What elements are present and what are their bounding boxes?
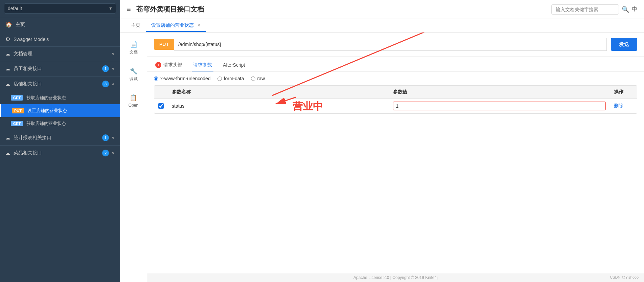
doc-nav: 📄 文档 🔧 调试 📋 Open	[120, 32, 147, 282]
tab-set-status[interactable]: 设置店铺的营业状态 ✕	[146, 20, 206, 32]
shop-chevron: ∧	[112, 82, 115, 86]
sub-tab-request-params[interactable]: 请求参数	[192, 59, 213, 71]
tab-set-status-label: 设置店铺的营业状态	[151, 22, 194, 28]
param-name-input[interactable]	[172, 103, 385, 109]
method-put-badge: PUT	[12, 108, 24, 113]
content-area: 📄 文档 🔧 调试 📋 Open PUT 发送 1	[120, 32, 644, 282]
sidebar-group-header-shop[interactable]: ☁ 店铺相关接口 3 ∧	[0, 77, 120, 91]
tab-home[interactable]: 主页	[125, 20, 146, 32]
sidebar-group-shop: ☁ 店铺相关接口 3 ∧ GET 获取店铺的营业状态 PUT 设置店铺的营业状态…	[0, 76, 120, 130]
sub-tabs: 1 请求头部 请求参数 AfterScript	[147, 57, 644, 72]
sidebar-group-header-employee[interactable]: ☁ 员工相关接口 1 ∨	[0, 61, 120, 76]
sidebar-item-swagger[interactable]: ⚙ Swagger Models	[0, 32, 120, 46]
sidebar-swagger-label: Swagger Models	[14, 37, 49, 42]
doc-nav-open[interactable]: 📋 Open	[126, 91, 141, 110]
radio-form-data-input[interactable]	[217, 77, 222, 81]
api-label-shop-get2: 获取店铺的营业状态	[26, 121, 66, 127]
search-input[interactable]	[551, 4, 619, 15]
footer-text: Apache License 2.0 | Copyright © 2019 Kn…	[353, 275, 438, 280]
table-row: 删除	[154, 99, 637, 113]
employee-icon: ☁	[5, 66, 10, 71]
tab-home-label: 主页	[131, 22, 140, 28]
col-param-value: 参数值	[389, 86, 610, 99]
api-item-shop-get2[interactable]: GET 获取店铺的营业状态	[0, 117, 120, 130]
param-value-input[interactable]	[393, 102, 606, 110]
api-item-shop-put[interactable]: PUT 设置店铺的营业状态	[0, 104, 120, 117]
menu-icon: ☁	[5, 150, 10, 156]
row-value-cell	[389, 99, 610, 113]
radio-x-www-input[interactable]	[154, 77, 158, 81]
main-panel: PUT 发送 1 请求头部 请求参数 AfterScript	[147, 32, 644, 282]
send-button[interactable]: 发送	[611, 38, 637, 51]
home-icon: 🏠	[5, 21, 12, 28]
sidebar-home-label: 主页	[16, 22, 25, 28]
request-header-badge: 1	[155, 62, 161, 68]
radio-form-data-label: form-data	[224, 76, 244, 81]
row-checkbox[interactable]	[158, 103, 164, 109]
tab-close-icon[interactable]: ✕	[197, 23, 201, 28]
url-bar: PUT 发送	[147, 32, 644, 57]
sidebar-group-header-menu[interactable]: ☁ 菜品相关接口 2 ∨	[0, 146, 120, 160]
radio-x-www-label: x-www-form-urlencoded	[160, 76, 211, 81]
radio-raw-label: raw	[257, 76, 265, 81]
employee-badge: 1	[102, 65, 109, 72]
doc-nav-doc-label: 文档	[130, 49, 138, 55]
radio-group: x-www-form-urlencoded form-data raw	[147, 72, 644, 85]
swagger-icon: ⚙	[5, 36, 10, 42]
shop-badge: 3	[102, 81, 109, 87]
method-get-badge: GET	[11, 95, 23, 101]
doc-nav-debug[interactable]: 🔧 调试	[127, 65, 140, 85]
sub-tab-afterscript[interactable]: AfterScript	[222, 60, 246, 71]
sidebar-group-header-stats[interactable]: ☁ 统计报表相关接口 1 ∨	[0, 130, 120, 145]
doc-manage-chevron: ∨	[112, 51, 115, 56]
menu-badge: 2	[102, 150, 109, 156]
sidebar: default ▼ 🏠 主页 ⚙ Swagger Models ☁ 文档管理 ∨…	[0, 0, 120, 282]
url-input[interactable]	[174, 38, 607, 51]
sub-tab-afterscript-label: AfterScript	[223, 62, 245, 68]
sub-tab-request-header-label: 请求头部	[163, 62, 182, 68]
col-checkbox	[154, 86, 168, 99]
open-icon: 📋	[130, 94, 137, 102]
sub-tab-request-header[interactable]: 1 请求头部	[154, 59, 184, 71]
sidebar-group-stats: ☁ 统计报表相关接口 1 ∨	[0, 130, 120, 145]
menu-label: 菜品相关接口	[14, 150, 42, 156]
sidebar-group-employee: ☁ 员工相关接口 1 ∨	[0, 61, 120, 76]
project-select[interactable]: default	[4, 3, 116, 14]
menu-chevron: ∨	[112, 151, 115, 155]
row-action-cell: 删除	[610, 100, 637, 112]
params-table-header: 参数名称 参数值 操作	[154, 86, 637, 99]
sidebar-group-menu: ☁ 菜品相关接口 2 ∨	[0, 145, 120, 160]
sidebar-item-home[interactable]: 🏠 主页	[0, 17, 120, 32]
lang-button[interactable]: 中	[632, 6, 637, 13]
sidebar-group-doc-manage: ☁ 文档管理 ∨	[0, 46, 120, 61]
radio-raw[interactable]: raw	[251, 76, 265, 81]
radio-x-www[interactable]: x-www-form-urlencoded	[154, 76, 211, 81]
top-header: ≡ 苍穹外卖项目接口文档 🔍 中	[120, 0, 644, 19]
hamburger-icon[interactable]: ≡	[127, 5, 131, 13]
delete-button[interactable]: 删除	[614, 103, 623, 108]
radio-raw-input[interactable]	[251, 77, 255, 81]
row-name-cell	[168, 101, 389, 111]
doc-nav-doc[interactable]: 📄 文档	[127, 38, 140, 58]
footer: Apache License 2.0 | Copyright © 2019 Kn…	[147, 273, 644, 282]
params-area: 参数名称 参数值 操作	[147, 85, 644, 114]
sidebar-group-header-doc-manage[interactable]: ☁ 文档管理 ∨	[0, 47, 120, 61]
employee-chevron: ∨	[112, 66, 115, 71]
stats-icon: ☁	[5, 135, 10, 140]
doc-icon: 📄	[130, 41, 137, 48]
watermark: CSDN @Yishooo	[610, 275, 639, 279]
col-action: 操作	[610, 86, 637, 99]
doc-nav-open-label: Open	[129, 103, 138, 108]
page-title: 苍穹外卖项目接口文档	[136, 5, 546, 14]
col-param-name: 参数名称	[168, 86, 389, 99]
api-item-shop-get1[interactable]: GET 获取店铺的营业状态	[0, 91, 120, 104]
stats-badge: 1	[102, 134, 109, 141]
radio-form-data[interactable]: form-data	[217, 76, 244, 81]
api-label-shop-get1: 获取店铺的营业状态	[26, 95, 66, 101]
sidebar-select-wrap: default ▼	[0, 0, 120, 17]
search-icon[interactable]: 🔍	[622, 6, 629, 13]
doc-manage-label: 文档管理	[14, 51, 32, 57]
doc-nav-debug-label: 调试	[130, 76, 138, 82]
method-get-badge-2: GET	[11, 121, 23, 126]
stats-chevron: ∨	[112, 135, 115, 140]
